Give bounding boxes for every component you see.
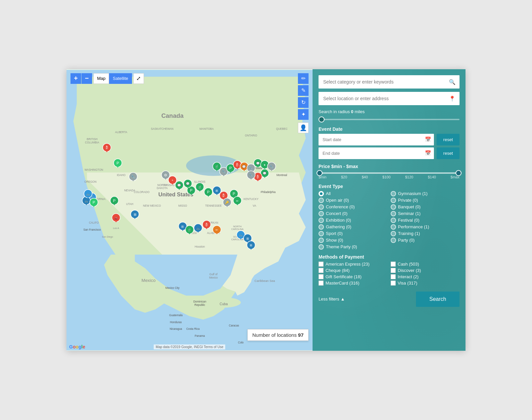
svg-text:🔧: 🔧 [249, 166, 253, 170]
less-filters-button[interactable]: Less filters ▲ [319, 297, 345, 302]
map-panel: Canada United States Mexico Cuba BRITISH… [66, 69, 313, 351]
svg-text:Canada: Canada [161, 112, 184, 119]
svg-text:🔑: 🔑 [225, 200, 229, 204]
payment-cheque[interactable]: Cheque (84) [319, 268, 387, 273]
location-count-label: Number of locations [252, 332, 297, 338]
svg-text:⊞: ⊞ [134, 212, 136, 216]
streetview-button[interactable]: 👤 [298, 122, 309, 133]
svg-text:🍴: 🍴 [188, 228, 192, 232]
event-type-gathering[interactable]: Gathering (0) [319, 224, 387, 230]
event-type-seminar[interactable]: Seminar (1) [391, 211, 460, 216]
event-type-party[interactable]: Party (0) [391, 238, 460, 243]
payment-gift[interactable]: Gift Sertificate (18) [319, 274, 387, 279]
event-type-show[interactable]: Show (0) [319, 238, 387, 243]
payment-discover[interactable]: Discover (3) [391, 268, 460, 273]
event-type-openair[interactable]: Open air (0) [319, 198, 387, 203]
payment-cash[interactable]: Cash (503) [391, 262, 460, 267]
svg-text:San Francisco: San Francisco [83, 228, 101, 231]
event-date-title: Event Date [319, 126, 460, 132]
event-type-all[interactable]: All [319, 191, 387, 196]
map-view-button[interactable]: Map [93, 73, 109, 84]
edit-tool-button[interactable]: ✎ [298, 85, 309, 96]
satellite-view-button[interactable]: Satellite [109, 73, 132, 84]
svg-text:⊞: ⊞ [250, 244, 252, 247]
event-type-gymnasium[interactable]: Gymnasium (1) [391, 191, 460, 196]
location-search-input[interactable] [319, 92, 460, 105]
price-thumb-left[interactable] [317, 170, 323, 176]
checkbox-cash-icon [391, 262, 396, 267]
start-date-reset-button[interactable]: reset [437, 134, 460, 145]
event-type-sport[interactable]: Sport (0) [319, 231, 387, 236]
location-count-value: 97 [298, 332, 304, 338]
event-type-section: Event Type All Gymnasium (1) Open air (0… [319, 182, 460, 250]
search-icon: 🔍 [449, 79, 456, 85]
event-type-private[interactable]: Private (0) [391, 198, 460, 203]
zoom-out-button[interactable]: − [81, 73, 92, 84]
sparkle-tool-button[interactable]: ✦ [298, 109, 309, 120]
radius-slider[interactable] [319, 119, 460, 120]
event-date-section: Event Date 📅 reset 📅 reset [319, 125, 460, 159]
event-type-exhibition[interactable]: Exhibition (0) [319, 218, 387, 223]
svg-text:🚗: 🚗 [114, 216, 118, 220]
svg-text:COLUMBIA: COLUMBIA [85, 141, 99, 144]
svg-text:Montreal: Montreal [277, 173, 287, 176]
payment-visa[interactable]: Visa (317) [391, 281, 460, 286]
svg-text:⊞: ⊞ [215, 189, 218, 192]
price-section: Price $min - $max $min $20 $40 $100 $120… [319, 162, 460, 179]
svg-text:CALIFO: CALIFO [89, 221, 99, 224]
draw-tool-button[interactable]: ✏ [298, 73, 309, 84]
end-date-row: 📅 reset [319, 147, 460, 159]
svg-text:ONTARIO: ONTARIO [245, 134, 257, 137]
radio-gymnasium-icon [391, 191, 396, 196]
svg-text:Philadelphia: Philadelphia [261, 191, 276, 194]
search-button[interactable]: Search [416, 292, 460, 307]
end-date-reset-button[interactable]: reset [437, 147, 460, 159]
radio-conference-icon [319, 204, 324, 210]
svg-text:₿: ₿ [106, 145, 108, 149]
payment-mastercard[interactable]: MasterCard (316) [319, 281, 387, 286]
category-search-wrap[interactable]: 🔍 [319, 75, 460, 89]
svg-text:💬: 💬 [177, 183, 181, 187]
payment-amex[interactable]: American Express (23) [319, 262, 387, 267]
radio-exhibition-icon [319, 218, 324, 223]
svg-text:🚲: 🚲 [239, 233, 243, 237]
radio-banquet-icon [391, 204, 396, 210]
radio-sport-icon [319, 231, 324, 236]
event-type-banquet[interactable]: Banquet (0) [391, 204, 460, 210]
event-type-grid: All Gymnasium (1) Open air (0) Private (… [319, 191, 460, 250]
payment-interact[interactable]: Interact (2) [391, 274, 460, 279]
svg-text:Caribbean Sea: Caribbean Sea [254, 279, 275, 283]
refresh-tool-button[interactable]: ↻ [298, 97, 309, 108]
location-search-wrap[interactable]: 📍 [319, 92, 460, 105]
price-thumb-right[interactable] [456, 170, 462, 176]
radio-openair-icon [319, 198, 324, 203]
payment-section: Methods of Payment American Express (23)… [319, 253, 460, 286]
event-type-conference[interactable]: Conference (0) [319, 204, 387, 210]
svg-text:Nicaragua: Nicaragua [170, 327, 182, 330]
zoom-in-button[interactable]: + [70, 73, 81, 84]
svg-text:P: P [207, 190, 210, 194]
radio-all-icon [319, 191, 324, 196]
svg-text:🚲: 🚲 [196, 226, 200, 230]
start-date-calendar-icon: 📅 [425, 136, 431, 142]
end-date-input[interactable] [319, 147, 434, 159]
svg-text:Dominican: Dominican [193, 300, 206, 303]
event-type-performance[interactable]: Performance (1) [391, 224, 460, 230]
event-type-theme-party[interactable]: Theme Party (0) [319, 244, 387, 250]
event-type-festival[interactable]: Festival (0) [391, 218, 460, 223]
radio-concert-icon [319, 211, 324, 216]
start-date-input[interactable] [319, 134, 434, 145]
event-type-concert[interactable]: Concert (0) [319, 211, 387, 216]
svg-text:Cuba: Cuba [220, 302, 228, 306]
fullscreen-button[interactable]: ⤢ [133, 73, 144, 84]
end-date-wrap[interactable]: 📅 [319, 147, 434, 159]
category-search-input[interactable] [319, 75, 460, 89]
radio-performance-icon [391, 224, 396, 230]
svg-text:QUEBEC: QUEBEC [276, 127, 288, 130]
radio-themeparty-icon [319, 244, 324, 250]
start-date-wrap[interactable]: 📅 [319, 134, 434, 145]
event-type-training[interactable]: Training (1) [391, 231, 460, 236]
location-count-badge: Number of locations 97 [247, 329, 309, 341]
svg-text:🔧: 🔧 [249, 173, 253, 177]
payment-title: Methods of Payment [319, 254, 460, 260]
